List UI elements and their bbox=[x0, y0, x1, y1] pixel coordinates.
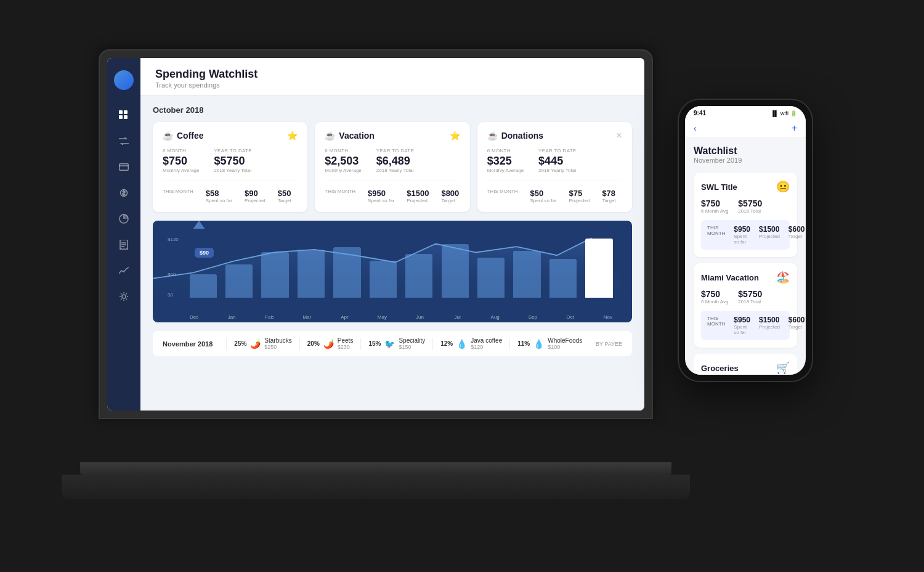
avatar bbox=[114, 70, 134, 90]
vacation-stats: 6 MONTH $2,503 Monthly Average YEAR TO D… bbox=[325, 148, 460, 181]
vacation-6month: 6 MONTH $2,503 Monthly Average bbox=[325, 148, 361, 173]
donations-ytd: YEAR TO DATE $445 2018 Yearly Total bbox=[538, 148, 576, 173]
payee-icon-4: 💧 bbox=[533, 339, 544, 349]
sidebar-icon-receipt[interactable] bbox=[117, 238, 131, 251]
chart-bar-group-7 bbox=[438, 231, 472, 298]
sidebar-icon-pie[interactable] bbox=[117, 212, 131, 226]
chart-bar-10 bbox=[549, 259, 577, 298]
coffee-card: ☕ Coffee ⭐ 6 MONTH $750 Monthl bbox=[153, 122, 307, 212]
chart-bar-2 bbox=[261, 252, 288, 298]
chart-bar-group-0 bbox=[186, 231, 220, 298]
coffee-card-title-row: ☕ Coffee bbox=[163, 131, 204, 141]
chart-x-label-7: Jul bbox=[440, 314, 476, 320]
phone-card-1-emoji: 🏖️ bbox=[776, 271, 790, 284]
vacation-card-title-row: ☕ Vacation bbox=[325, 131, 375, 141]
chart-bar-group-6 bbox=[402, 231, 436, 298]
groceries-row: Groceries 🛒 bbox=[694, 354, 797, 375]
phone-title: Watchlist bbox=[694, 145, 797, 157]
donations-icon: ☕ bbox=[487, 131, 498, 141]
donations-card-title-row: ☕ Donations bbox=[487, 131, 543, 141]
payee-section: November 2018 25% 🌶️ Starbucks $250 bbox=[153, 331, 632, 356]
sidebar-icon-grid[interactable] bbox=[117, 108, 131, 122]
scene: Spending Watchlist Track your spendings … bbox=[0, 0, 924, 572]
donations-card-header: ☕ Donations ✕ bbox=[487, 131, 622, 141]
coffee-ytd: YEAR TO DATE $5750 2018 Yearly Total bbox=[214, 148, 251, 173]
battery-icon: 🔋 bbox=[790, 110, 797, 116]
chart-bar-11 bbox=[585, 239, 612, 298]
chart-bar-group-2 bbox=[258, 231, 292, 298]
phone-back-button[interactable]: ‹ bbox=[694, 123, 697, 133]
sidebar-icon-dollar[interactable] bbox=[117, 186, 131, 200]
phone-card-0-emoji: 😐 bbox=[776, 180, 790, 194]
chart-x-label-10: Oct bbox=[553, 314, 588, 320]
payee-amount-4: $100 bbox=[548, 344, 582, 350]
chart-bar-group-11 bbox=[582, 231, 616, 298]
laptop-base bbox=[80, 462, 671, 475]
coffee-card-header: ☕ Coffee ⭐ bbox=[163, 131, 298, 141]
vacation-card-header: ☕ Vacation ⭐ bbox=[325, 131, 460, 141]
phone-add-button[interactable]: + bbox=[792, 123, 797, 134]
phone-card-1-spent: $950 Spent so far bbox=[734, 316, 750, 335]
phone-card-1-stats: $750 6 Month Avg $5750 2018 Total bbox=[701, 289, 790, 304]
phone-card-0-monthly: This Month $950 Spent so far $1500 Proje… bbox=[701, 220, 790, 250]
payee-item-0: 25% 🌶️ Starbucks $250 bbox=[234, 337, 291, 350]
laptop-screen: Spending Watchlist Track your spendings … bbox=[107, 58, 644, 411]
phone: 9:41 ▐▌ wifi 🔋 ‹ + Watchlist November 20… bbox=[678, 99, 813, 382]
payee-icon-1: 🌶️ bbox=[323, 339, 334, 349]
payee-item-4: 11% 💧 WholeFoods $100 bbox=[517, 337, 582, 350]
svg-rect-4 bbox=[120, 164, 129, 171]
phone-card-1-target: $600 Target bbox=[788, 316, 805, 335]
vacation-star[interactable]: ⭐ bbox=[450, 131, 460, 141]
sidebar-icon-chart[interactable] bbox=[117, 264, 131, 277]
vacation-icon: ☕ bbox=[325, 131, 335, 141]
laptop-bottom bbox=[62, 475, 690, 499]
donations-close[interactable]: ✕ bbox=[616, 131, 622, 140]
phone-card-0: SWL Title 😐 $750 6 Month Avg $5750 2018 … bbox=[694, 173, 797, 257]
coffee-6month-value: $750 bbox=[163, 155, 199, 168]
page-title: Spending Watchlist bbox=[155, 68, 630, 81]
svg-rect-3 bbox=[124, 115, 128, 119]
coffee-ytd-sub: 2018 Yearly Total bbox=[214, 168, 251, 173]
payee-divider-0 bbox=[226, 338, 227, 350]
sidebar-icon-transfer[interactable] bbox=[117, 134, 131, 148]
sidebar-icon-card[interactable] bbox=[117, 160, 131, 174]
chart-bar-group-10 bbox=[546, 231, 580, 298]
donations-6month: 6 MONTH $325 Monthly Average bbox=[487, 148, 524, 173]
coffee-star[interactable]: ⭐ bbox=[287, 131, 298, 141]
phone-card-0-stats: $750 6 Month Avg $5750 2018 Total bbox=[701, 198, 790, 214]
coffee-stats: 6 MONTH $750 Monthly Average YEAR TO DAT… bbox=[163, 148, 298, 181]
chart-bar-group-1 bbox=[222, 231, 256, 298]
phone-card-1-projected: $1500 Projected bbox=[759, 316, 780, 335]
chart-x-label-2: Feb bbox=[251, 314, 287, 320]
coffee-6month-sub: Monthly Average bbox=[163, 168, 199, 173]
payee-name-0: Starbucks bbox=[264, 337, 291, 344]
chart-bar-1 bbox=[225, 264, 253, 298]
payee-name-4: WholeFoods bbox=[548, 337, 582, 344]
phone-card-1-6month: $750 6 Month Avg bbox=[701, 289, 728, 304]
coffee-this-month-label: THIS MONTH bbox=[163, 189, 193, 203]
vacation-ytd: YEAR TO DATE $6,489 2018 Yearly Total bbox=[376, 148, 414, 173]
sidebar-icon-settings[interactable] bbox=[117, 290, 131, 303]
phone-status-bar: 9:41 ▐▌ wifi 🔋 bbox=[685, 106, 806, 119]
coffee-6month: 6 MONTH $750 Monthly Average bbox=[163, 148, 199, 173]
y-label-60: $60 bbox=[168, 272, 179, 277]
chart-x-label-9: Sep bbox=[515, 314, 551, 320]
payee-month: November 2018 bbox=[163, 340, 213, 348]
phone-card-0-header: SWL Title 😐 bbox=[701, 180, 790, 194]
chart-bar-3 bbox=[298, 250, 325, 298]
groceries-emoji: 🛒 bbox=[776, 361, 790, 375]
chart-x-label-1: Jan bbox=[214, 314, 249, 320]
phone-subtitle: November 2019 bbox=[694, 157, 797, 164]
payee-name-2: Speciality bbox=[399, 337, 425, 344]
chart-x-label-4: Apr bbox=[326, 314, 362, 320]
svg-rect-2 bbox=[119, 115, 123, 119]
chart-bar-0 bbox=[190, 274, 217, 298]
payee-item-1: 20% 🌶️ Peets $230 bbox=[307, 337, 354, 350]
chart-x-label-6: Jun bbox=[402, 314, 437, 320]
coffee-6month-label: 6 MONTH bbox=[163, 148, 199, 153]
signal-icon: ▐▌ bbox=[771, 110, 779, 116]
chart-bar-5 bbox=[370, 261, 397, 298]
payee-icon-0: 🌶️ bbox=[250, 339, 261, 349]
watchlist-cards: ☕ Coffee ⭐ 6 MONTH $750 Monthl bbox=[153, 122, 632, 212]
phone-card-0-this-month: This Month bbox=[707, 225, 725, 245]
